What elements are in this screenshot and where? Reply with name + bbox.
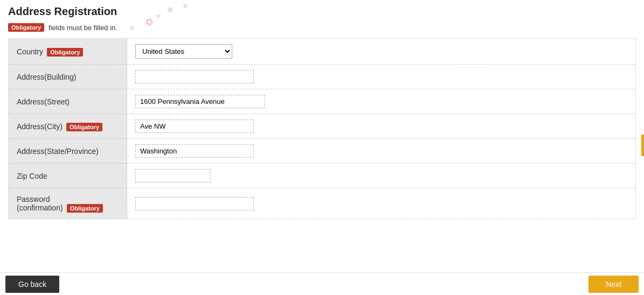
address-street-input-cell [127,89,636,114]
password-confirm-label: Password(confirmation) [17,195,63,212]
address-city-label-cell: Address(City) Obligatory [9,114,127,139]
address-state-input-cell [127,139,636,164]
address-city-input[interactable] [135,120,254,133]
zip-row: Zip Code [9,164,636,188]
address-street-row: Address(Street) [9,89,636,114]
password-confirm-row: Password(confirmation) Obligatory [9,188,636,219]
address-state-input[interactable] [135,144,254,158]
address-state-label: Address(State/Province) [17,147,99,156]
address-city-label: Address(City) [17,122,63,131]
address-building-row: Address(Building) [9,65,636,89]
address-building-label: Address(Building) [17,73,77,81]
address-street-label-cell: Address(Street) [9,89,127,114]
obligatory-note: Obligatory fields must be filled in. [8,23,636,32]
password-confirm-input-cell [127,188,636,219]
password-confirm-label-cell: Password(confirmation) Obligatory [9,188,127,219]
address-form: Country Obligatory United States Canada … [8,38,636,219]
address-city-row: Address(City) Obligatory [9,114,636,139]
zip-input-cell [127,164,636,188]
address-building-label-cell: Address(Building) [9,65,127,89]
address-street-input[interactable] [135,95,265,108]
address-state-label-cell: Address(State/Province) [9,139,127,164]
address-city-input-cell [127,114,636,139]
zip-label: Zip Code [17,172,47,180]
country-select[interactable]: United States Canada United Kingdom Aust… [135,44,232,59]
address-building-input-cell [127,65,636,89]
obligatory-badge-main: Obligatory [8,23,44,32]
country-label: Country [17,47,43,56]
address-street-label: Address(Street) [17,97,70,106]
zip-label-cell: Zip Code [9,164,127,188]
password-confirm-input[interactable] [135,197,254,210]
obligatory-note-text: fields must be filled in. [49,24,117,32]
city-obligatory-badge: Obligatory [66,123,102,131]
footer-bar: Go back Next [0,272,644,295]
address-state-row: Address(State/Province) [9,139,636,164]
country-input-cell: United States Canada United Kingdom Aust… [127,39,636,65]
country-obligatory-badge: Obligatory [47,48,83,57]
password-confirm-obligatory-badge: Obligatory [67,204,103,213]
next-button[interactable]: Next [588,276,639,293]
scrollbar-accent[interactable] [641,135,644,156]
country-row: Country Obligatory United States Canada … [9,39,636,65]
country-label-cell: Country Obligatory [9,39,127,65]
go-back-button[interactable]: Go back [5,276,59,293]
address-building-input[interactable] [135,70,254,83]
page-title: Address Registration [8,5,636,18]
zip-input[interactable] [135,169,211,182]
